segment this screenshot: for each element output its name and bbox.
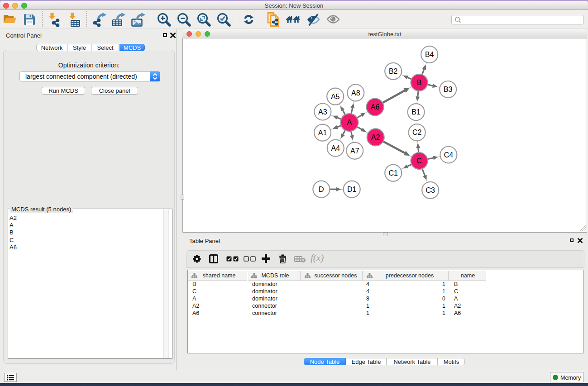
svg-text:D1: D1 <box>347 186 357 193</box>
svg-text:A7: A7 <box>350 147 359 155</box>
svg-text:C3: C3 <box>425 186 435 194</box>
svg-text:A3: A3 <box>318 108 327 116</box>
svg-text:C: C <box>416 157 422 165</box>
svg-text:B1: B1 <box>411 108 421 116</box>
svg-text:A2: A2 <box>371 133 380 141</box>
svg-text:B3: B3 <box>444 86 453 93</box>
svg-text:A8: A8 <box>351 89 360 97</box>
svg-text:A5: A5 <box>331 93 340 100</box>
svg-text:A6: A6 <box>371 103 380 111</box>
svg-text:B4: B4 <box>425 51 434 58</box>
svg-text:A1: A1 <box>318 129 327 137</box>
svg-text:A: A <box>347 119 352 126</box>
svg-text:B2: B2 <box>389 67 398 75</box>
svg-text:C2: C2 <box>412 129 422 136</box>
svg-text:C1: C1 <box>388 169 398 177</box>
svg-text:B: B <box>417 79 422 86</box>
svg-text:C4: C4 <box>444 151 454 159</box>
svg-text:A4: A4 <box>331 144 340 152</box>
svg-text:D: D <box>319 186 324 193</box>
